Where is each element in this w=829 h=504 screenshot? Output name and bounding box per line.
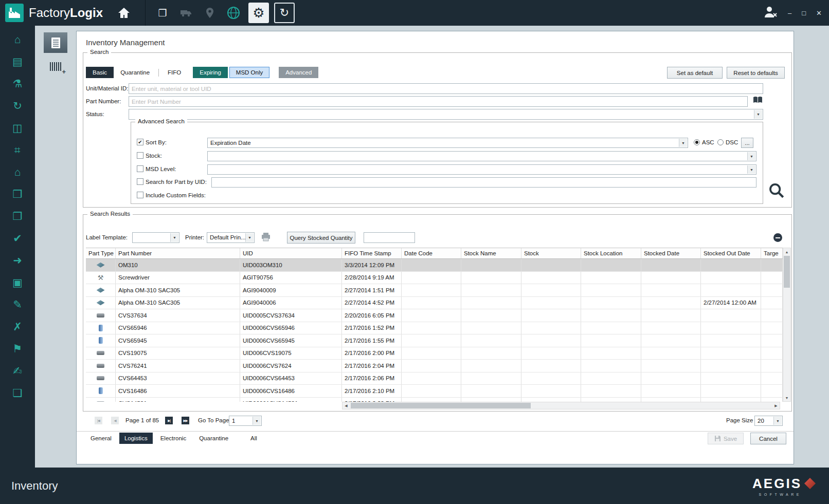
sort-more-button[interactable]: ... <box>741 138 753 148</box>
stock-select[interactable] <box>207 151 756 161</box>
printer-select[interactable]: Default Prin... <box>207 232 255 243</box>
label-template-select[interactable] <box>132 232 179 243</box>
table-row[interactable]: CVS19075 UID006CVS19075 2/17/2016 2:00 P… <box>86 347 783 360</box>
scroll-right-icon[interactable]: ▶ <box>772 402 780 409</box>
minimize-button[interactable]: – <box>788 9 791 17</box>
home-button[interactable] <box>117 7 131 19</box>
print-icon[interactable] <box>261 232 271 244</box>
tab-logistics[interactable]: Logistics <box>119 433 153 444</box>
stocked-quantity-input[interactable] <box>364 232 415 243</box>
scroll-left-icon[interactable]: ◀ <box>343 402 350 409</box>
include-custom-fields-checkbox[interactable] <box>137 192 143 198</box>
tab-general[interactable]: General <box>85 433 117 444</box>
logout-user-icon[interactable] <box>763 5 778 21</box>
status-select[interactable] <box>129 109 763 120</box>
table-row[interactable]: Alpha OM-310 SAC305 AGI9040009 2/27/2014… <box>86 284 783 297</box>
process-icon[interactable]: ⚗ <box>6 75 29 92</box>
edit-document-icon[interactable]: ✎ <box>6 296 29 313</box>
column-header[interactable]: Stock Name <box>461 248 521 258</box>
scroll-down-icon[interactable]: ▼ <box>783 394 790 401</box>
table-row[interactable]: CVS65946 UID0006CVS65946 2/17/2016 1:52 … <box>86 322 783 335</box>
first-page-button[interactable]: |◀ <box>95 417 102 424</box>
set-as-default-button[interactable]: Set as default <box>667 67 723 79</box>
monitor-icon[interactable]: ◫ <box>6 119 29 136</box>
query-stocked-quantity-button[interactable]: Query Stocked Quantity <box>287 232 355 244</box>
tab-fifo[interactable]: FIFO <box>161 67 188 78</box>
column-header[interactable]: Part Type <box>86 248 116 258</box>
inventory-module-button[interactable] <box>44 32 67 53</box>
cancel-button[interactable]: Cancel <box>750 433 786 444</box>
verify-icon[interactable]: ✔ <box>6 230 29 247</box>
history-refresh-icon[interactable]: ↻ <box>274 3 295 23</box>
table-row[interactable]: Screwdriver AGIT90756 2/28/2014 9:19 AM <box>86 272 783 285</box>
tab-divider[interactable] <box>158 69 159 77</box>
library-icon[interactable]: ❒ <box>6 185 29 202</box>
close-button[interactable]: ✕ <box>816 9 822 17</box>
msd-level-select[interactable] <box>207 164 756 175</box>
column-header[interactable]: Stock <box>521 248 581 258</box>
column-header[interactable]: Targe <box>761 248 783 258</box>
collapse-icon[interactable] <box>773 233 782 242</box>
scroll-up-icon[interactable]: ▲ <box>783 248 790 255</box>
column-header[interactable]: Part Number <box>116 248 240 258</box>
asc-radio[interactable] <box>694 139 700 145</box>
tag-icon[interactable]: ⚑ <box>6 340 29 357</box>
tab-msd-only[interactable]: MSD Only <box>229 67 269 78</box>
remove-document-icon[interactable]: ✗ <box>6 318 29 335</box>
sort-by-checkbox[interactable] <box>137 139 143 145</box>
column-header[interactable]: FIFO Time Stamp <box>342 248 402 258</box>
truck-icon[interactable] <box>178 5 194 21</box>
tab-all[interactable]: All <box>245 433 262 444</box>
location-pin-icon[interactable] <box>202 5 218 21</box>
sort-by-select[interactable]: Expiration Date <box>207 138 688 148</box>
settings-gear-icon[interactable]: ⚙ <box>248 3 269 23</box>
globe-icon[interactable] <box>226 5 241 21</box>
column-header[interactable]: Date Code <box>402 248 461 258</box>
save-button[interactable]: Save <box>708 433 744 444</box>
home-icon[interactable]: ⌂ <box>6 31 29 48</box>
search-part-by-uid-checkbox[interactable] <box>137 178 143 185</box>
vertical-scrollbar[interactable]: ▲ ▼ <box>783 248 791 402</box>
table-row[interactable]: CVS14521 UID00061CVS14521 2/17/2016 2:22… <box>86 398 783 402</box>
table-row[interactable]: CVS65945 UID0006CVS65945 2/17/2016 1:55 … <box>86 334 783 347</box>
data-search-icon[interactable]: ⌗ <box>6 141 29 158</box>
msd-level-checkbox[interactable] <box>137 165 143 172</box>
next-page-button[interactable]: ▶| <box>165 417 173 424</box>
horizontal-scrollbar[interactable]: ◀ ▶ <box>342 402 780 409</box>
tab-expiring[interactable]: Expiring <box>193 67 228 78</box>
prev-page-button[interactable]: ◀ <box>111 417 119 424</box>
column-header[interactable]: Stock Location <box>581 248 641 258</box>
table-row[interactable]: Alpha OM-310 SAC305 AGI9040006 2/27/2014… <box>86 297 783 310</box>
go-to-page-select[interactable]: 1 <box>229 416 262 426</box>
barcode-add-button[interactable] <box>44 56 67 77</box>
page-size-select[interactable]: 20 <box>754 416 783 426</box>
maximize-button[interactable]: □ <box>802 9 806 17</box>
dsc-radio[interactable] <box>717 139 724 145</box>
materials-icon[interactable]: ▤ <box>6 53 29 70</box>
column-header[interactable]: Stocked Date <box>641 248 701 258</box>
column-header[interactable]: UID <box>240 248 342 258</box>
stock-checkbox[interactable] <box>137 152 143 159</box>
search-magnifier-button[interactable] <box>767 181 786 200</box>
badge-icon[interactable]: ▣ <box>6 274 29 291</box>
part-uid-input[interactable] <box>211 177 756 188</box>
documents-icon[interactable]: ❐ <box>6 208 29 225</box>
column-header[interactable]: Stocked Out Date <box>701 248 761 258</box>
sync-icon[interactable]: ↻ <box>6 97 29 114</box>
table-row[interactable]: CVS16486 UID0006CVS16486 2/17/2016 2:10 … <box>86 385 783 398</box>
layers-icon[interactable]: ❐ <box>155 5 170 21</box>
tab-quarantine[interactable]: Quarantine <box>114 67 156 78</box>
vertical-scroll-thumb[interactable] <box>784 256 790 288</box>
unit-material-id-input[interactable] <box>129 83 763 94</box>
horizontal-scroll-thumb[interactable] <box>351 403 531 408</box>
reports-icon[interactable]: ❏ <box>6 384 29 401</box>
part-number-input[interactable] <box>129 96 748 107</box>
warehouse-icon[interactable]: ⌂ <box>6 163 29 180</box>
table-row[interactable]: CVS76241 UID0006CVS7624 2/17/2016 2:04 P… <box>86 360 783 372</box>
tab-advanced[interactable]: Advanced <box>279 67 318 78</box>
table-row[interactable]: OM310 UID003OM310 3/3/2014 12:09 PM <box>86 259 783 272</box>
part-lookup-icon[interactable] <box>753 96 763 106</box>
tab-basic[interactable]: Basic <box>86 67 114 78</box>
table-row[interactable]: CVS37634 UID0005CVS37634 2/20/2016 6:05 … <box>86 309 783 322</box>
user-edit-icon[interactable]: ✍ <box>6 362 29 379</box>
